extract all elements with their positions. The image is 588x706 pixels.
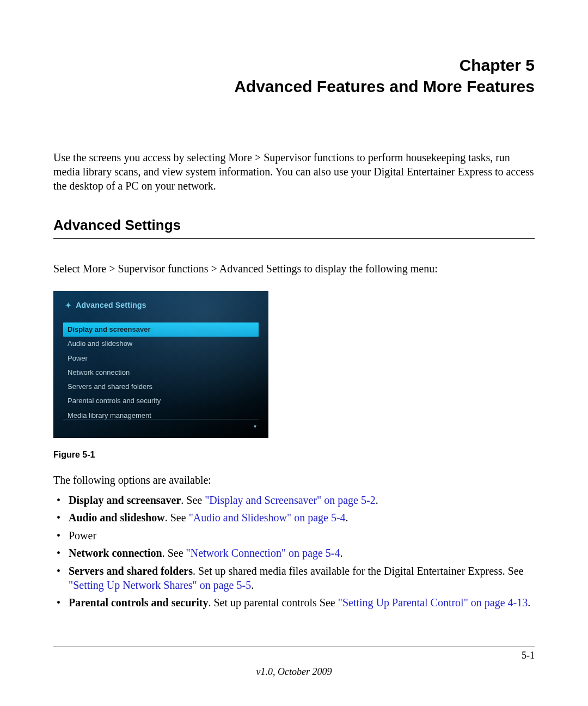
option-link[interactable]: "Audio and Slideshow" on page 5-4 (189, 512, 346, 524)
option-tail: . (528, 597, 530, 608)
chapter-line1: Chapter 5 (460, 56, 535, 74)
option-network-connection: Network connection. See "Network Connect… (53, 546, 535, 560)
chapter-line2: Advanced Features and More Features (234, 77, 535, 95)
menu-item-media-library: Media library management (63, 409, 259, 423)
options-list: Display and screensaver. See "Display an… (53, 493, 535, 610)
option-link[interactable]: "Display and Screensaver" on page 5-2 (205, 494, 375, 506)
option-bold: Network connection (69, 547, 162, 559)
screenshot-header: ✦ Advanced Settings (53, 291, 268, 322)
options-intro: The following options are available: (53, 474, 535, 486)
option-bold: Audio and slideshow (69, 512, 165, 524)
option-link[interactable]: "Network Connection" on page 5-4 (186, 547, 340, 559)
screenshot-title: Advanced Settings (76, 301, 146, 309)
chapter-heading: Chapter 5 Advanced Features and More Fea… (53, 54, 535, 97)
menu-item-power: Power (63, 351, 259, 366)
option-bold: Parental controls and security (69, 597, 208, 608)
option-tail: . (346, 512, 348, 524)
menu-item-display-screensaver: Display and screensaver (63, 322, 259, 337)
option-servers-shared-folders: Servers and shared folders. Set up share… (53, 564, 535, 593)
intro-paragraph: Use the screens you access by selecting … (53, 150, 535, 193)
figure-caption: Figure 5-1 (53, 450, 535, 460)
menu-item-audio-slideshow: Audio and slideshow (63, 337, 259, 351)
option-link[interactable]: "Setting Up Network Shares" on page 5-5 (69, 579, 251, 591)
footer-rule (53, 647, 535, 647)
option-display-screensaver: Display and screensaver. See "Display an… (53, 493, 535, 507)
section-heading: Advanced Settings (53, 217, 535, 239)
option-plain: . See (181, 494, 205, 506)
option-plain: Power (69, 530, 96, 541)
option-parental-controls: Parental controls and security. Set up p… (53, 595, 535, 610)
option-tail: . (376, 494, 378, 506)
option-bold: Display and screensaver (69, 494, 181, 506)
menu-item-servers-shared-folders: Servers and shared folders (63, 380, 259, 394)
option-audio-slideshow: Audio and slideshow. See "Audio and Slid… (53, 510, 535, 525)
footer-version: v1.0, October 2009 (0, 666, 588, 678)
page-number: 5-1 (522, 650, 535, 661)
option-bold: Servers and shared folders (69, 565, 193, 577)
menu-item-network-connection: Network connection (63, 366, 259, 380)
option-plain: . Set up shared media files available fo… (193, 565, 524, 577)
section-intro: Select More > Supervisor functions > Adv… (53, 261, 535, 276)
option-tail: . (251, 579, 254, 591)
option-plain: . See (165, 512, 189, 524)
option-plain: . Set up parental controls See (208, 597, 338, 608)
advanced-settings-screenshot: ✦ Advanced Settings Display and screensa… (53, 291, 268, 438)
option-tail: . (340, 547, 342, 559)
option-plain: . See (162, 547, 186, 559)
menu-item-parental-controls: Parental controls and security (63, 394, 259, 408)
screenshot-menu: Display and screensaver Audio and slides… (53, 322, 268, 423)
menu-divider (63, 419, 259, 419)
back-arrow-icon: ✦ (65, 301, 71, 309)
option-link[interactable]: "Setting Up Parental Control" on page 4-… (338, 597, 528, 608)
scroll-down-icon: ▾ (254, 423, 256, 429)
option-power: Power (53, 528, 535, 543)
